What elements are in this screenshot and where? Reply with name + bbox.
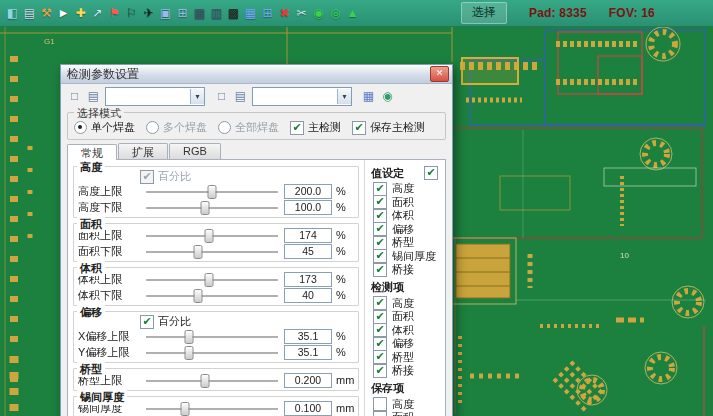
- item-checkbox[interactable]: ✔: [373, 209, 387, 223]
- radio-icon[interactable]: [218, 121, 231, 134]
- radio-icon[interactable]: [74, 121, 87, 134]
- save-main-inspect-checkbox[interactable]: ✔保存主检测: [352, 120, 425, 135]
- delete-icon[interactable]: ✖: [276, 3, 293, 23]
- check-item[interactable]: ✔偏移: [371, 337, 441, 351]
- profile-combo-1[interactable]: ▾: [105, 87, 205, 106]
- move-tool-icon[interactable]: ✚: [72, 3, 89, 23]
- slider[interactable]: [144, 228, 280, 243]
- item-checkbox[interactable]: [373, 411, 387, 416]
- dropdown-arrow-icon[interactable]: ▾: [337, 89, 351, 104]
- item-checkbox[interactable]: ✔: [373, 195, 387, 209]
- slider[interactable]: [144, 329, 280, 344]
- value-input[interactable]: [284, 401, 332, 416]
- array-blue-icon[interactable]: ▦: [242, 3, 259, 23]
- table-view-icon[interactable]: ▦: [360, 88, 377, 105]
- confirm-icon[interactable]: ◉: [379, 88, 396, 105]
- value-input[interactable]: [284, 345, 332, 360]
- rows-icon[interactable]: ▥: [208, 3, 225, 23]
- slider-thumb[interactable]: [208, 185, 217, 199]
- check-item[interactable]: ✔体积: [371, 324, 441, 338]
- item-checkbox[interactable]: ✔: [373, 222, 387, 236]
- value-input[interactable]: [284, 228, 332, 243]
- value-input[interactable]: [284, 373, 332, 388]
- slider-thumb[interactable]: [184, 330, 193, 344]
- up-icon[interactable]: ▲: [344, 3, 361, 23]
- slider-thumb[interactable]: [194, 245, 203, 259]
- new-profile-icon[interactable]: □: [66, 88, 83, 105]
- slider[interactable]: [144, 272, 280, 287]
- slider[interactable]: [144, 200, 280, 215]
- start-icon[interactable]: ◉: [310, 3, 327, 23]
- check-item[interactable]: ✔面积: [371, 196, 441, 210]
- percent-checkbox-row[interactable]: ✔百分比: [140, 315, 354, 328]
- item-checkbox[interactable]: ✔: [373, 350, 387, 364]
- cut-icon[interactable]: ✂: [293, 3, 310, 23]
- item-checkbox[interactable]: ✔: [373, 296, 387, 310]
- new-template-icon[interactable]: □: [213, 88, 230, 105]
- select-mode-button[interactable]: 选择: [461, 2, 507, 24]
- value-input[interactable]: [284, 200, 332, 215]
- value-input[interactable]: [284, 329, 332, 344]
- check-item[interactable]: ✔锡间厚度: [371, 250, 441, 264]
- check-item[interactable]: ✔高度: [371, 297, 441, 311]
- slider[interactable]: [144, 401, 280, 416]
- main-inspect-checkbox[interactable]: ✔主检测: [290, 120, 341, 135]
- select-cursor-icon[interactable]: ►: [55, 3, 72, 23]
- slider-thumb[interactable]: [184, 346, 193, 360]
- check-item[interactable]: ✔桥型: [371, 236, 441, 250]
- film-icon[interactable]: ▩: [225, 3, 242, 23]
- tab-常规[interactable]: 常规: [67, 144, 117, 160]
- slider-thumb[interactable]: [205, 229, 214, 243]
- percent-checkbox[interactable]: ✔: [140, 170, 154, 184]
- check-item[interactable]: 高度: [371, 398, 441, 412]
- navigate-icon[interactable]: ✈: [140, 3, 157, 23]
- item-checkbox[interactable]: [373, 397, 387, 411]
- tab-扩展[interactable]: 扩展: [118, 143, 168, 159]
- item-checkbox[interactable]: ✔: [373, 337, 387, 351]
- radio-all-pads[interactable]: 全部焊盘: [218, 120, 279, 135]
- slider[interactable]: [144, 373, 280, 388]
- item-checkbox[interactable]: ✔: [373, 263, 387, 277]
- tab-RGB[interactable]: RGB: [169, 143, 221, 159]
- check-item[interactable]: ✔桥接: [371, 364, 441, 378]
- slider[interactable]: [144, 345, 280, 360]
- item-checkbox[interactable]: ✔: [373, 236, 387, 250]
- item-checkbox[interactable]: ✔: [373, 182, 387, 196]
- check-item[interactable]: ✔桥接: [371, 263, 441, 277]
- checkbox-icon[interactable]: ✔: [290, 121, 304, 135]
- jump-arrow-icon[interactable]: ↗: [89, 3, 106, 23]
- frame-select-icon[interactable]: ▣: [157, 3, 174, 23]
- slider[interactable]: [144, 288, 280, 303]
- capture-icon[interactable]: ◧: [4, 3, 21, 23]
- radio-single-pad[interactable]: 单个焊盘: [74, 120, 135, 135]
- value-input[interactable]: [284, 244, 332, 259]
- dropdown-arrow-icon[interactable]: ▾: [190, 89, 204, 104]
- percent-checkbox-row[interactable]: ✔百分比: [140, 170, 354, 183]
- save-icon[interactable]: ▤: [21, 3, 38, 23]
- checkbox-icon[interactable]: ✔: [352, 121, 366, 135]
- percent-checkbox[interactable]: ✔: [140, 315, 154, 329]
- value-input[interactable]: [284, 272, 332, 287]
- open-template-icon[interactable]: ▤: [232, 88, 249, 105]
- check-item[interactable]: ✔偏移: [371, 223, 441, 237]
- check-item[interactable]: 面积: [371, 411, 441, 416]
- check-item[interactable]: ✔高度: [371, 182, 441, 196]
- check-item[interactable]: ✔体积: [371, 209, 441, 223]
- stop-icon[interactable]: ◎: [327, 3, 344, 23]
- grid-add-icon[interactable]: ⊞: [174, 3, 191, 23]
- close-button[interactable]: ✕: [430, 66, 449, 82]
- slider-thumb[interactable]: [201, 201, 210, 215]
- matrix-blue-icon[interactable]: ⊞: [259, 3, 276, 23]
- open-profile-icon[interactable]: ▤: [85, 88, 102, 105]
- check-item[interactable]: ✔面积: [371, 310, 441, 324]
- profile-combo-2[interactable]: ▾: [252, 87, 352, 106]
- value-input[interactable]: [284, 184, 332, 199]
- item-checkbox[interactable]: ✔: [373, 323, 387, 337]
- value-input[interactable]: [284, 288, 332, 303]
- table-icon[interactable]: ▦: [191, 3, 208, 23]
- radio-multi-pad[interactable]: 多个焊盘: [146, 120, 207, 135]
- radio-icon[interactable]: [146, 121, 159, 134]
- item-checkbox[interactable]: ✔: [373, 249, 387, 263]
- dialog-titlebar[interactable]: 检测参数设置 ✕: [61, 65, 452, 84]
- check-item[interactable]: ✔桥型: [371, 351, 441, 365]
